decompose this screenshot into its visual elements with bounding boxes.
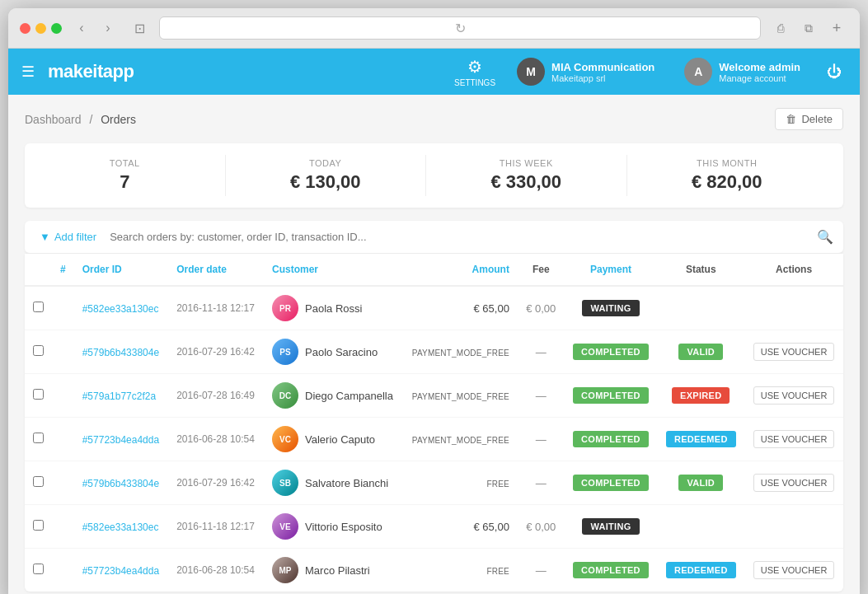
stat-week-value: € 330,00 (443, 171, 610, 193)
back-button[interactable]: ‹ (70, 16, 93, 40)
row-checkbox[interactable] (33, 302, 44, 312)
stat-week-label: THIS WEEK (443, 158, 610, 168)
row-checkbox[interactable] (33, 389, 44, 400)
nav-buttons: ‹ › (70, 16, 120, 40)
customer-cell: MPMarco Pilastri (264, 549, 403, 592)
use-voucher-button[interactable]: USE VOUCHER (753, 474, 835, 492)
browser-actions: ⎙ ⧉ + (769, 16, 848, 40)
add-filter-button[interactable]: ▼ Add filter (35, 227, 101, 246)
col-header-payment[interactable]: Payment (565, 254, 658, 286)
payment-badge: COMPLETED (573, 431, 649, 447)
amount-cell: FREE (403, 461, 518, 505)
col-header-orderid[interactable]: Order ID (74, 254, 169, 286)
payment-badge: COMPLETED (573, 475, 649, 491)
status-badge: REDEEMED (666, 562, 736, 578)
order-id-link[interactable]: #579b6b433804e (82, 478, 159, 489)
order-id-link[interactable]: #57723b4ea4dda (82, 434, 159, 446)
logout-icon[interactable]: ⏻ (822, 58, 847, 86)
fee-cell: — (518, 418, 565, 461)
fee-cell: — (518, 549, 565, 592)
delete-button[interactable]: 🗑 Delete (775, 108, 843, 130)
use-voucher-button[interactable]: USE VOUCHER (753, 343, 835, 361)
status-cell: VALID (657, 330, 744, 374)
payment-mode-tag: PAYMENT_MODE_FREE (412, 392, 509, 401)
breadcrumb-row: Dashboard / Orders 🗑 Delete (25, 108, 843, 130)
order-id-cell: #579b6b433804e (74, 461, 169, 505)
col-header-check (25, 254, 52, 286)
col-header-date[interactable]: Order date (168, 254, 264, 286)
fee-cell: € 0,00 (518, 505, 565, 549)
use-voucher-button[interactable]: USE VOUCHER (753, 561, 835, 579)
amount-cell: € 65,00 (403, 286, 518, 330)
order-id-link[interactable]: #582ee33a130ec (82, 303, 159, 315)
status-cell: REDEEMED (657, 418, 744, 461)
customer-cell: PSPaolo Saracino (264, 330, 403, 374)
settings-button[interactable]: ⚙ SETTINGS (454, 57, 495, 87)
search-button[interactable]: 🔍 (817, 229, 833, 245)
new-tab-button[interactable]: + (825, 16, 848, 40)
order-id-link[interactable]: #579b6b433804e (82, 347, 159, 358)
table-row: #582ee33a130ec2016-11-18 12:17VEVittorio… (25, 505, 843, 549)
company-profile[interactable]: M MIA Communication Makeitapp srl (509, 53, 663, 91)
admin-profile[interactable]: A Welcome admin Manage account (676, 53, 809, 91)
col-header-status[interactable]: Status (657, 254, 744, 286)
customer-name: Paola Rossi (305, 302, 362, 315)
actions-cell: USE VOUCHER (744, 330, 843, 374)
payment-cell: WAITING (565, 286, 658, 330)
order-id-link[interactable]: #579a1b77c2f2a (82, 391, 156, 402)
order-id-cell: #57723b4ea4dda (74, 418, 169, 461)
app-header: ☰ makeitapp ⚙ SETTINGS M MIA Communicati… (8, 49, 860, 95)
use-voucher-button[interactable]: USE VOUCHER (753, 386, 835, 405)
stat-today-value: € 130,00 (242, 171, 410, 193)
row-checkbox[interactable] (33, 433, 44, 443)
sidebar-toggle-button[interactable]: ⊡ (128, 16, 151, 40)
order-id-cell: #579b6b433804e (74, 330, 169, 374)
table-row: #579b6b433804e2016-07-29 16:42PSPaolo Sa… (25, 330, 843, 374)
fee-cell: — (518, 461, 565, 505)
close-button[interactable] (20, 23, 30, 34)
breadcrumb-parent[interactable]: Dashboard (25, 113, 82, 126)
orders-table: # Order ID Order date Customer Amount Fe… (25, 254, 843, 592)
col-header-hash[interactable]: # (52, 254, 74, 286)
admin-name: Welcome admin (719, 61, 800, 73)
stat-today-label: TODAY (242, 158, 410, 168)
search-input[interactable] (110, 231, 809, 243)
payment-badge: COMPLETED (573, 344, 649, 360)
row-checkbox[interactable] (33, 520, 44, 531)
status-badge: VALID (678, 344, 723, 360)
share-button[interactable]: ⎙ (769, 16, 792, 40)
status-badge: VALID (678, 475, 723, 491)
customer-name: Vittorio Esposito (305, 521, 382, 533)
filters-row: ▼ Add filter 🔍 (25, 221, 843, 254)
row-index (52, 286, 74, 330)
col-header-customer[interactable]: Customer (264, 254, 403, 286)
forward-button[interactable]: › (96, 16, 120, 40)
order-id-link[interactable]: #582ee33a130ec (82, 522, 159, 533)
app-logo: makeitapp (48, 61, 134, 82)
col-header-fee[interactable]: Fee (518, 254, 565, 286)
minimize-button[interactable] (35, 23, 46, 34)
maximize-button[interactable] (51, 23, 62, 34)
customer-cell: PRPaola Rossi (264, 286, 403, 330)
row-checkbox[interactable] (33, 564, 44, 574)
table-row: #582ee33a130ec2016-11-18 12:17PRPaola Ro… (25, 286, 843, 330)
fee-cell: — (518, 374, 565, 418)
order-date-cell: 2016-11-18 12:17 (168, 505, 264, 549)
customer-name: Marco Pilastri (305, 564, 370, 577)
order-id-link[interactable]: #57723b4ea4dda (82, 565, 159, 577)
row-checkbox[interactable] (33, 345, 44, 356)
menu-icon[interactable]: ☰ (21, 63, 35, 81)
stat-total-label: TOTAL (41, 158, 209, 168)
url-bar[interactable]: ↻ (159, 16, 761, 40)
order-date-cell: 2016-11-18 12:17 (168, 286, 264, 330)
col-header-amount[interactable]: Amount (403, 254, 518, 286)
payment-badge: WAITING (582, 518, 639, 535)
stat-month-value: € 820,00 (644, 171, 811, 193)
use-voucher-button[interactable]: USE VOUCHER (753, 430, 835, 448)
settings-label: SETTINGS (454, 78, 495, 87)
duplicate-button[interactable]: ⧉ (797, 16, 820, 40)
row-checkbox[interactable] (33, 476, 44, 487)
table-row: #57723b4ea4dda2016-06-28 10:54MPMarco Pi… (25, 549, 843, 592)
browser-titlebar: ‹ › ⊡ ↻ ⎙ ⧉ + (8, 8, 860, 49)
order-id-cell: #57723b4ea4dda (74, 549, 169, 592)
